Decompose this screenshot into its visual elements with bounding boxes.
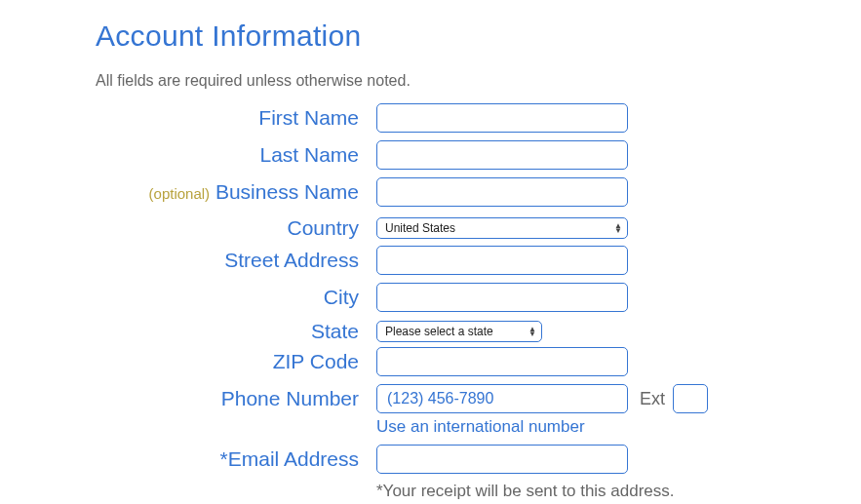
intl-number-link[interactable]: Use an international number: [376, 417, 585, 437]
last-name-field[interactable]: [376, 140, 628, 170]
phone-field[interactable]: [376, 384, 628, 413]
country-label: Country: [96, 214, 359, 242]
first-name-label: First Name: [96, 106, 376, 130]
receipt-note: *Your receipt will be sent to this addre…: [376, 482, 675, 501]
street-address-field[interactable]: [376, 246, 628, 275]
ext-label: Ext: [640, 389, 665, 409]
country-select[interactable]: United States: [376, 217, 628, 239]
business-name-field[interactable]: [376, 177, 628, 207]
phone-label: Phone Number: [96, 387, 376, 410]
email-label: *Email Address: [96, 447, 376, 471]
city-field[interactable]: [376, 283, 628, 312]
optional-tag: (optional): [149, 185, 211, 202]
city-label: City: [96, 286, 376, 309]
zip-field[interactable]: [376, 347, 628, 376]
email-field[interactable]: [376, 445, 628, 474]
required-fields-note: All fields are required unless otherwise…: [96, 72, 861, 90]
first-name-field[interactable]: [376, 103, 628, 133]
state-select[interactable]: Please select a state: [376, 321, 542, 342]
ext-field[interactable]: [673, 384, 708, 413]
street-address-label: Street Address: [96, 249, 376, 272]
page-title: Account Information: [96, 19, 861, 53]
state-label: State: [96, 320, 376, 343]
business-name-label: Business Name: [215, 180, 359, 203]
zip-label: ZIP Code: [96, 350, 376, 373]
last-name-label: Last Name: [96, 143, 376, 167]
